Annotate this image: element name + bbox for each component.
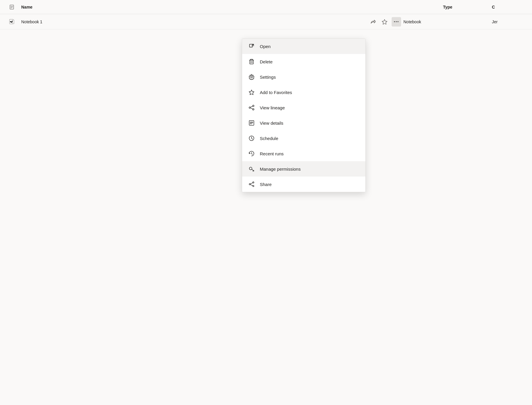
menu-item-share[interactable]: Share: [242, 177, 365, 192]
ellipsis-icon: ···: [394, 19, 399, 24]
svg-point-16: [253, 105, 254, 107]
svg-point-15: [249, 107, 251, 108]
svg-marker-7: [382, 19, 387, 24]
favorite-action-button[interactable]: [380, 17, 389, 27]
menu-item-view-lineage[interactable]: View lineage: [242, 100, 365, 115]
table-header: Name Type C: [0, 0, 532, 14]
row-actions: ···: [368, 17, 401, 27]
svg-line-9: [252, 44, 254, 46]
row-icon-cell: </>: [5, 19, 19, 25]
row-name-label: Notebook 1: [19, 19, 368, 24]
more-actions-button[interactable]: ···: [392, 17, 401, 27]
key-icon: [248, 165, 255, 172]
svg-marker-14: [249, 90, 254, 95]
lineage-icon: [248, 104, 255, 111]
main-area: Name Type C </> Notebook 1: [0, 0, 532, 405]
clock-icon: [248, 135, 255, 142]
menu-item-view-details[interactable]: View details: [242, 115, 365, 131]
column-header-owner: C: [492, 5, 527, 9]
menu-item-settings[interactable]: Settings: [242, 69, 365, 85]
details-icon: [248, 119, 255, 126]
svg-line-19: [250, 108, 253, 109]
svg-point-13: [251, 76, 252, 78]
menu-details-label: View details: [260, 121, 283, 126]
column-header-type: Type: [403, 5, 492, 9]
menu-item-recent-runs[interactable]: Recent runs: [242, 146, 365, 161]
svg-line-30: [250, 185, 253, 186]
menu-lineage-label: View lineage: [260, 105, 285, 110]
svg-line-18: [250, 106, 253, 107]
share-menu-icon: [248, 181, 255, 188]
row-owner-label: Jer: [492, 19, 527, 24]
svg-rect-6: [13, 20, 14, 24]
menu-settings-label: Settings: [260, 75, 276, 80]
table-row: </> Notebook 1 ··· Notebook Jer: [0, 14, 532, 29]
menu-favorites-label: Add to Favorites: [260, 90, 292, 95]
context-menu: Open Delete Settings: [242, 38, 366, 192]
svg-point-28: [253, 185, 254, 187]
star-icon: [382, 19, 387, 25]
open-external-icon: [248, 43, 255, 50]
svg-point-17: [253, 109, 254, 110]
menu-recent-runs-label: Recent runs: [260, 151, 284, 156]
svg-rect-10: [250, 60, 253, 64]
svg-point-27: [249, 184, 250, 185]
menu-schedule-label: Schedule: [260, 136, 278, 141]
svg-line-29: [250, 183, 253, 184]
menu-item-schedule[interactable]: Schedule: [242, 131, 365, 146]
recent-runs-icon: [248, 150, 255, 157]
column-header-name: Name: [19, 5, 403, 9]
trash-icon: [248, 58, 255, 65]
menu-permissions-label: Manage permissions: [260, 167, 301, 172]
notebook-icon: </>: [9, 19, 15, 25]
menu-item-delete[interactable]: Delete: [242, 54, 365, 69]
menu-item-manage-permissions[interactable]: Manage permissions: [242, 161, 365, 177]
row-type-label: Notebook: [403, 19, 492, 24]
share-icon: [370, 19, 376, 25]
document-header-icon: [9, 4, 14, 10]
svg-point-26: [253, 182, 254, 183]
gear-icon: [248, 73, 255, 80]
menu-open-label: Open: [260, 44, 271, 49]
menu-item-add-favorites[interactable]: Add to Favorites: [242, 85, 365, 100]
star-menu-icon: [248, 89, 255, 96]
menu-delete-label: Delete: [260, 59, 272, 64]
share-action-button[interactable]: [368, 17, 377, 27]
header-icon-cell: [5, 4, 19, 10]
menu-share-label: Share: [260, 182, 272, 187]
menu-item-open[interactable]: Open: [242, 39, 365, 54]
